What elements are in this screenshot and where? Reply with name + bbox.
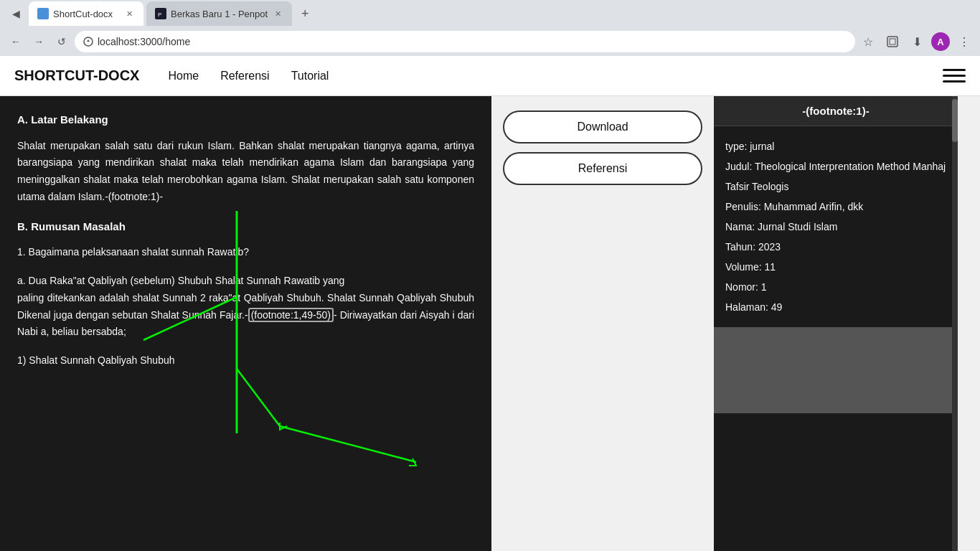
ref-type: type: jurnal bbox=[725, 136, 946, 156]
ref-tahun: Tahun: 2023 bbox=[725, 237, 946, 257]
section-b-heading: B. Rumusan Masalah bbox=[17, 217, 474, 236]
ref-halaman: Halaman: 49 bbox=[725, 297, 946, 317]
footnote-body: type: jurnal Judul: Theological Interpre… bbox=[714, 126, 958, 327]
ref-scrollbar-thumb[interactable] bbox=[952, 99, 958, 142]
section-a-heading: A. Latar Belakang bbox=[17, 110, 474, 129]
app-navbar: SHORTCUT-DOCX Home Referensi Tutorial bbox=[0, 56, 980, 96]
ref-judul: Judul: Theological Interprentation Metho… bbox=[725, 156, 946, 197]
refresh-button[interactable]: ↺ bbox=[52, 32, 72, 52]
paragraph-1: Shalat merupakan salah satu dari rukun I… bbox=[17, 138, 474, 206]
nav-tutorial[interactable]: Tutorial bbox=[291, 70, 329, 83]
address-actions: ☆ ⬇ A ⋮ bbox=[858, 32, 974, 52]
extension-icon[interactable] bbox=[882, 32, 903, 52]
url-text: localhost:3000/home bbox=[98, 36, 190, 47]
main-content: A. Latar Belakang Shalat merupakan salah… bbox=[0, 96, 980, 551]
subsection-a-continued: paling ditekankan adalah shalat Sunnah 2… bbox=[17, 292, 474, 338]
download-browser-icon[interactable]: ⬇ bbox=[907, 32, 927, 52]
browser-menu-icon[interactable]: ⋮ bbox=[954, 32, 974, 52]
footnote-panel: -(footnote:1)- type: jurnal Judul: Theol… bbox=[714, 96, 958, 551]
nav-links: Home Referensi Tutorial bbox=[168, 70, 943, 83]
paragraph-1-text: Shalat merupakan salah satu dari rukun I… bbox=[17, 140, 474, 202]
tab2-label: Berkas Baru 1 - Penpot bbox=[171, 9, 268, 19]
document-scrollarea[interactable]: A. Latar Belakang Shalat merupakan salah… bbox=[0, 96, 491, 551]
document-panel: A. Latar Belakang Shalat merupakan salah… bbox=[0, 96, 491, 551]
ref-empty-space bbox=[714, 327, 958, 413]
profile-avatar[interactable]: A bbox=[931, 32, 950, 51]
tab-penpot[interactable]: P Berkas Baru 1 - Penpot ✕ bbox=[146, 1, 292, 26]
tab1-favicon bbox=[37, 8, 49, 19]
address-bar: ← → ↺ localhost:3000/home ☆ ⬇ A ⋮ bbox=[0, 27, 980, 56]
question-1: 1. Bagaimana pelaksanaan shalat sunnah R… bbox=[17, 244, 474, 261]
referensi-button[interactable]: Referensi bbox=[503, 152, 702, 185]
ref-volume: Volume: 11 bbox=[725, 257, 946, 277]
subsection-a-text: a. Dua Raka"at Qabliyah (sebelum) Shubuh… bbox=[17, 275, 344, 286]
forward-button[interactable]: → bbox=[29, 32, 49, 52]
ref-penulis: Penulis: Muhammad Arifin, dkk bbox=[725, 197, 946, 217]
svg-point-0 bbox=[39, 10, 47, 17]
svg-rect-4 bbox=[887, 37, 897, 47]
footnote-title: -(footnote:1)- bbox=[714, 96, 958, 126]
center-panel: Download Referensi bbox=[491, 96, 714, 551]
tab1-close[interactable]: ✕ bbox=[123, 8, 135, 19]
browser-chrome: ◀ ShortCut-docx ✕ P Berkas Baru 1 - Penp… bbox=[0, 0, 980, 56]
tab-shortcut-docx[interactable]: ShortCut-docx ✕ bbox=[29, 1, 143, 26]
download-button[interactable]: Download bbox=[503, 110, 702, 143]
hamburger-menu[interactable] bbox=[943, 65, 966, 88]
ref-scrollbar-track[interactable] bbox=[952, 96, 958, 551]
ref-nomor: Nomor: 1 bbox=[725, 277, 946, 297]
svg-rect-5 bbox=[890, 39, 895, 44]
tab2-close[interactable]: ✕ bbox=[272, 8, 283, 19]
ref-nama: Nama: Jurnal Studi Islam bbox=[725, 217, 946, 237]
tab1-label: ShortCut-docx bbox=[53, 9, 113, 19]
tab-bar: ◀ ShortCut-docx ✕ P Berkas Baru 1 - Penp… bbox=[0, 0, 980, 27]
footnote-scrollarea[interactable]: -(footnote:1)- type: jurnal Judul: Theol… bbox=[714, 96, 958, 551]
footnote-inline-highlight: (footnote:1,49-50) bbox=[248, 308, 334, 322]
subsection-a: a. Dua Raka"at Qabliyah (sebelum) Shubuh… bbox=[17, 273, 474, 341]
nav-home[interactable]: Home bbox=[168, 70, 199, 83]
svg-text:P: P bbox=[158, 11, 161, 18]
browser-back-history[interactable]: ◀ bbox=[6, 4, 26, 24]
back-button[interactable]: ← bbox=[6, 32, 26, 52]
item-1: 1) Shalat Sunnah Qabliyah Shubuh bbox=[17, 352, 474, 369]
url-bar[interactable]: localhost:3000/home bbox=[75, 31, 855, 52]
new-tab-button[interactable]: + bbox=[295, 4, 315, 24]
tab2-favicon: P bbox=[155, 8, 166, 19]
app-logo: SHORTCUT-DOCX bbox=[14, 67, 139, 84]
star-icon[interactable]: ☆ bbox=[858, 32, 878, 52]
nav-referensi[interactable]: Referensi bbox=[220, 70, 269, 83]
